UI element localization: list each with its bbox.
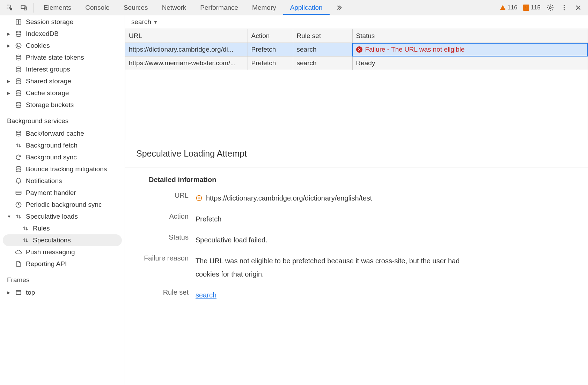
sidebar-item-label: IndexedDB: [26, 30, 59, 38]
sidebar-item-label: Reporting API: [26, 260, 67, 268]
sidebar-item-bounce-tracking-mitigations[interactable]: Bounce tracking mitigations: [0, 163, 125, 175]
status-warn-icon: [196, 195, 203, 202]
detail-url-value: https://dictionary.cambridge.org/diction…: [206, 191, 372, 205]
window-icon: [15, 289, 22, 296]
filter-label: search: [131, 18, 151, 26]
sidebar-item-label: Payment handler: [26, 189, 76, 197]
sidebar-item-periodic-background-sync[interactable]: Periodic background sync: [0, 199, 125, 211]
svg-point-17: [16, 103, 21, 104]
sidebar-item-cache-storage[interactable]: ▶Cache storage: [0, 87, 125, 99]
sidebar-item-label: top: [26, 289, 35, 296]
kebab-menu-icon[interactable]: [559, 3, 569, 13]
updown-icon: [22, 225, 29, 232]
tab-memory[interactable]: Memory: [245, 0, 283, 15]
table-cell: https://www.merriam-webster.com/...: [125, 56, 248, 70]
db-icon: [15, 130, 22, 137]
db-icon: [15, 165, 22, 173]
close-icon[interactable]: [573, 3, 583, 13]
error-icon: [356, 46, 362, 53]
status-cell: Ready: [352, 56, 588, 70]
detail-action-value: Prefetch: [196, 212, 221, 226]
file-icon: [15, 260, 22, 268]
tab-performance[interactable]: Performance: [193, 0, 245, 15]
inspect-icon[interactable]: [5, 3, 15, 13]
devtools-toolbar: ElementsConsoleSourcesNetworkPerformance…: [0, 0, 588, 15]
sidebar-item-indexeddb[interactable]: ▶IndexedDB: [0, 28, 125, 40]
issues-count: 115: [531, 4, 541, 11]
column-header-url[interactable]: URL: [125, 29, 248, 43]
more-tabs-icon[interactable]: [334, 3, 344, 13]
issues-badge[interactable]: ! 115: [523, 4, 541, 11]
device-toggle-icon[interactable]: [19, 3, 29, 13]
expand-arrow-icon: ▶: [7, 91, 11, 96]
sidebar-item-back-forward-cache[interactable]: Back/forward cache: [0, 128, 125, 139]
sidebar-item-label: Back/forward cache: [26, 130, 84, 137]
svg-point-6: [564, 9, 565, 10]
sync-icon: [15, 153, 22, 161]
sidebar-section-frames: Frames: [0, 270, 125, 287]
status-cell: Failure - The URL was not eligible: [352, 43, 588, 56]
tab-elements[interactable]: Elements: [37, 0, 78, 15]
sidebar-item-private-state-tokens[interactable]: Private state tokens: [0, 52, 125, 63]
content-pane: search ▼ URLActionRule setStatus https:/…: [125, 15, 588, 385]
filter-dropdown[interactable]: search ▼: [131, 18, 158, 26]
warnings-badge[interactable]: 116: [500, 4, 517, 11]
sidebar-item-storage-buckets[interactable]: Storage buckets: [0, 99, 125, 111]
sidebar-item-interest-groups[interactable]: Interest groups: [0, 63, 125, 75]
svg-point-4: [564, 5, 565, 6]
table-cell: search: [293, 56, 352, 70]
sidebar-item-label: Storage buckets: [26, 101, 74, 109]
db-icon: [15, 101, 22, 109]
table-cell: https://dictionary.cambridge.org/di...: [125, 43, 248, 56]
sidebar-item-payment-handler[interactable]: Payment handler: [0, 187, 125, 199]
sidebar-item-speculative-loads[interactable]: ▼Speculative loads: [0, 211, 125, 222]
svg-point-9: [16, 43, 21, 48]
sidebar-item-top[interactable]: ▶top: [0, 287, 125, 299]
sidebar-item-speculations[interactable]: Speculations: [3, 234, 122, 246]
settings-icon[interactable]: [545, 3, 555, 13]
sidebar-item-label: Background fetch: [26, 142, 78, 149]
svg-point-10: [17, 45, 18, 46]
sidebar-item-label: Session storage: [26, 18, 73, 26]
detail-ruleset-link[interactable]: search: [196, 288, 216, 302]
tab-sources[interactable]: Sources: [117, 0, 155, 15]
tab-console[interactable]: Console: [78, 0, 117, 15]
sidebar-item-notifications[interactable]: Notifications: [0, 175, 125, 187]
svg-point-8: [16, 31, 21, 33]
sidebar-item-push-messaging[interactable]: Push messaging: [0, 246, 125, 258]
sidebar-item-background-sync[interactable]: Background sync: [0, 151, 125, 163]
sidebar-item-cookies[interactable]: ▶Cookies: [0, 40, 125, 52]
table-cell: Prefetch: [248, 56, 293, 70]
sidebar-item-reporting-api[interactable]: Reporting API: [0, 258, 125, 270]
clock-icon: [15, 201, 22, 209]
expand-arrow-icon: ▼: [7, 214, 11, 219]
expand-arrow-icon: ▶: [7, 31, 11, 36]
svg-point-14: [16, 67, 21, 69]
column-header-status[interactable]: Status: [352, 29, 588, 43]
tab-network[interactable]: Network: [155, 0, 193, 15]
sidebar-item-session-storage[interactable]: Session storage: [0, 16, 125, 28]
sidebar-item-background-fetch[interactable]: Background fetch: [0, 139, 125, 151]
column-header-rule-set[interactable]: Rule set: [293, 29, 352, 43]
svg-point-16: [16, 91, 21, 92]
sidebar-item-rules[interactable]: Rules: [0, 222, 125, 234]
table-row[interactable]: https://www.merriam-webster.com/...Prefe…: [125, 56, 588, 70]
chevron-down-icon: ▼: [153, 20, 158, 25]
db-icon: [15, 66, 22, 73]
tab-application[interactable]: Application: [283, 0, 330, 15]
svg-rect-22: [16, 290, 21, 295]
cookie-icon: [15, 42, 22, 50]
svg-point-19: [16, 167, 21, 168]
db-icon: [15, 77, 22, 85]
sidebar-item-label: Bounce tracking mitigations: [26, 165, 107, 173]
column-header-action[interactable]: Action: [248, 29, 293, 43]
sidebar-item-label: Notifications: [26, 177, 62, 185]
table-row[interactable]: https://dictionary.cambridge.org/di...Pr…: [125, 43, 588, 56]
svg-point-11: [19, 46, 20, 47]
sidebar-item-label: Speculations: [33, 236, 71, 244]
svg-point-13: [16, 55, 21, 57]
sidebar-item-label: Push messaging: [26, 248, 75, 256]
sidebar-item-shared-storage[interactable]: ▶Shared storage: [0, 75, 125, 87]
db-icon: [15, 89, 22, 97]
expand-arrow-icon: ▶: [7, 290, 11, 295]
